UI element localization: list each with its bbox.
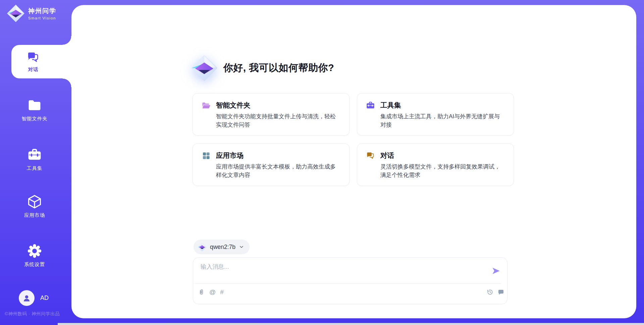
briefcase-icon: [27, 147, 42, 162]
message-composer[interactable]: 输入消息... @ #: [193, 257, 507, 304]
sidebar-item-smart-folder[interactable]: 智能文件夹: [0, 98, 69, 122]
greeting-title: 你好, 我可以如何帮助你?: [223, 61, 334, 75]
avatar: [19, 290, 35, 306]
composer-left-tools: @ #: [198, 288, 224, 296]
card-description: 应用市场提供丰富长文本模板，助力高效生成多样化文章内容: [216, 163, 341, 179]
user-profile[interactable]: AD: [19, 290, 49, 306]
sidebar-item-label: 应用市场: [24, 212, 45, 218]
card-app-market[interactable]: 应用市场 应用市场提供丰富长文本模板，助力高效生成多样化文章内容: [193, 143, 350, 186]
card-chat[interactable]: 对话 灵活切换多模型文件，支持多样回复效果调试，满足个性化需求: [357, 143, 514, 186]
copyright-text: ©神州数码 · 神州问学出品: [5, 311, 60, 317]
card-description: 灵活切换多模型文件，支持多样回复效果调试，满足个性化需求: [380, 163, 505, 179]
sidebar-item-label: 智能文件夹: [21, 116, 48, 122]
cube-icon: [27, 194, 42, 209]
mention-icon[interactable]: @: [209, 288, 216, 296]
folder-open-icon: [202, 101, 211, 110]
diamond-logo-icon: [7, 4, 25, 22]
app-logo-text: 神州问学 Smart Vision: [28, 7, 56, 20]
card-description: 集成市场上主流工具，助力AI与外界无缝扩展与对接: [380, 113, 505, 129]
hashtag-icon[interactable]: #: [220, 288, 224, 296]
card-title: 工具集: [380, 101, 401, 110]
card-title: 智能文件夹: [216, 101, 251, 110]
model-name: qwen2:7b: [210, 244, 235, 251]
model-selector[interactable]: qwen2:7b: [194, 240, 250, 254]
card-smart-folder[interactable]: 智能文件夹 智能文件夹功能支持批量文件上传与清洗，轻松实现文件问答: [193, 93, 350, 136]
chevron-down-icon: [239, 244, 244, 250]
feedback-icon[interactable]: [497, 288, 504, 296]
composer-right-tools: [486, 288, 504, 296]
sidebar-item-label: 工具集: [27, 165, 43, 172]
sidebar-item-app-market[interactable]: 应用市场: [0, 194, 69, 218]
briefcase-icon: [366, 101, 375, 110]
card-head: 工具集: [366, 101, 505, 110]
app-logo: 神州问学 Smart Vision: [7, 4, 56, 22]
send-icon[interactable]: [491, 266, 500, 275]
diamond-logo-icon: [198, 243, 207, 252]
card-head: 智能文件夹: [202, 101, 341, 110]
sidebar-item-toolset[interactable]: 工具集: [0, 147, 69, 172]
attachment-icon[interactable]: [198, 288, 205, 296]
active-tab-bottom-fillet: [63, 78, 71, 87]
folder-icon: [27, 98, 42, 113]
chat-bubbles-icon: [26, 51, 40, 64]
composer-divider: [195, 283, 501, 284]
sidebar-item-settings[interactable]: 系统设置: [0, 244, 69, 268]
card-head: 应用市场: [202, 151, 341, 160]
app-subtitle: Smart Vision: [28, 16, 56, 20]
active-tab-top-fillet: [63, 36, 71, 45]
card-toolset[interactable]: 工具集 集成市场上主流工具，助力AI与外界无缝扩展与对接: [357, 93, 514, 136]
message-input-placeholder: 输入消息...: [201, 263, 229, 271]
sidebar-item-chat[interactable]: 对话: [11, 45, 71, 78]
user-initials: AD: [40, 295, 49, 302]
card-description: 智能文件夹功能支持批量文件上传与清洗，轻松实现文件问答: [216, 113, 341, 129]
main-content-panel: 你好, 我可以如何帮助你? 智能文件夹 智能文件夹功能支持批量文件上传与清洗，轻…: [71, 5, 636, 318]
sidebar-item-label: 系统设置: [24, 261, 45, 268]
card-head: 对话: [366, 151, 505, 160]
history-icon[interactable]: [486, 288, 493, 296]
sidebar-item-label: 对话: [28, 66, 39, 73]
app-name: 神州问学: [28, 7, 56, 15]
feature-cards: 智能文件夹 智能文件夹功能支持批量文件上传与清洗，轻松实现文件问答 工具集 集成…: [193, 93, 514, 186]
card-title: 对话: [380, 151, 394, 160]
diamond-logo-icon: [191, 54, 218, 82]
gear-icon: [27, 244, 42, 258]
window-bottom-edge: [58, 323, 644, 325]
card-title: 应用市场: [216, 151, 244, 160]
person-icon: [22, 294, 31, 303]
chat-bubbles-icon: [366, 151, 375, 160]
hero: 你好, 我可以如何帮助你?: [191, 54, 334, 82]
grid-icon: [202, 151, 211, 160]
